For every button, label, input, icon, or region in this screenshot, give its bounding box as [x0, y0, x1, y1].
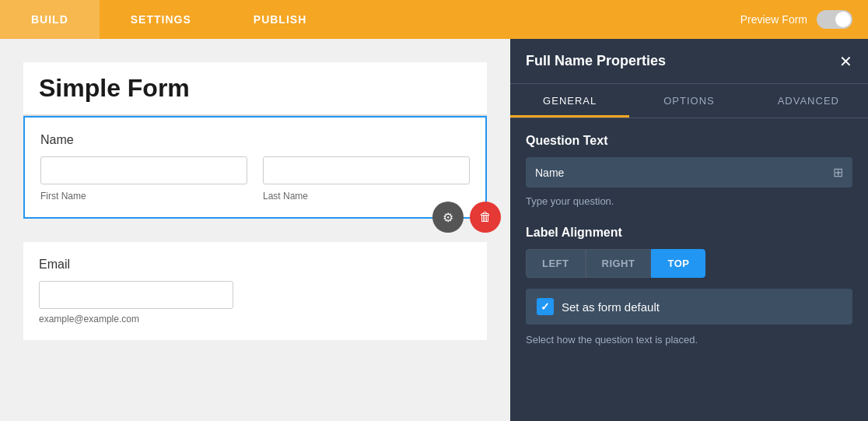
default-row: Set as form default [526, 289, 852, 325]
align-right-button[interactable]: RIGHT [586, 249, 652, 278]
form-panel: Simple Form Name First Name Last Name ⚙ … [0, 39, 510, 421]
panel-title: Full Name Properties [526, 53, 666, 69]
set-default-checkbox[interactable] [537, 298, 554, 315]
last-name-input[interactable] [263, 156, 470, 184]
tab-settings[interactable]: SETTINGS [100, 0, 222, 39]
first-name-input[interactable] [40, 156, 247, 184]
email-input[interactable] [39, 281, 233, 309]
field-delete-button[interactable]: 🗑 [470, 202, 501, 233]
tab-publish[interactable]: PUBLISH [222, 0, 338, 39]
alignment-buttons: LEFT RIGHT TOP [526, 249, 852, 278]
question-hint: Type your question. [526, 195, 852, 207]
tab-options[interactable]: OPTIONS [629, 84, 748, 118]
set-default-label: Set as form default [562, 300, 660, 314]
question-text-input[interactable] [535, 167, 833, 179]
main-content: Simple Form Name First Name Last Name ⚙ … [0, 39, 868, 421]
email-field-label: Email [39, 258, 471, 272]
tab-build[interactable]: BUILD [0, 0, 100, 39]
field-actions: ⚙ 🗑 [432, 202, 501, 233]
question-input-wrap: ⊞ [526, 157, 852, 188]
first-name-sublabel: First Name [40, 191, 247, 202]
panel-tabs: GENERAL OPTIONS ADVANCED [510, 84, 868, 118]
close-panel-button[interactable]: ✕ [839, 54, 852, 69]
sub-labels: First Name Last Name [40, 191, 470, 202]
alignment-hint: Select how the question text is placed. [526, 334, 852, 346]
nav-tabs: BUILD SETTINGS PUBLISH [0, 0, 338, 39]
email-field-block: Email example@example.com [23, 242, 487, 340]
align-top-button[interactable]: TOP [651, 249, 705, 278]
question-text-section-label: Question Text [526, 134, 852, 148]
name-field-label: Name [40, 133, 470, 147]
close-icon: ✕ [839, 53, 852, 70]
preview-toggle[interactable] [817, 10, 852, 29]
panel-header: Full Name Properties ✕ [510, 39, 868, 84]
top-nav: BUILD SETTINGS PUBLISH Preview Form [0, 0, 868, 39]
last-name-sublabel: Last Name [263, 191, 470, 202]
trash-icon: 🗑 [479, 210, 492, 224]
field-settings-button[interactable]: ⚙ [432, 202, 464, 233]
form-title: Simple Form [23, 62, 487, 114]
gear-icon: ⚙ [443, 210, 453, 225]
name-field-block: Name First Name Last Name ⚙ 🗑 [23, 116, 487, 219]
tab-general[interactable]: GENERAL [510, 84, 629, 118]
panel-body: Question Text ⊞ Type your question. Labe… [510, 118, 868, 421]
name-inputs-row [40, 156, 470, 184]
email-placeholder: example@example.com [39, 314, 471, 325]
preview-form-label: Preview Form [740, 13, 807, 26]
properties-panel: Full Name Properties ✕ GENERAL OPTIONS A… [510, 39, 868, 421]
align-left-button[interactable]: LEFT [526, 249, 586, 278]
toggle-knob [835, 12, 851, 27]
nav-right: Preview Form [740, 10, 868, 29]
label-alignment-section-label: Label Alignment [526, 226, 852, 240]
tab-advanced[interactable]: ADVANCED [749, 84, 868, 118]
text-format-icon: ⊞ [833, 165, 843, 180]
